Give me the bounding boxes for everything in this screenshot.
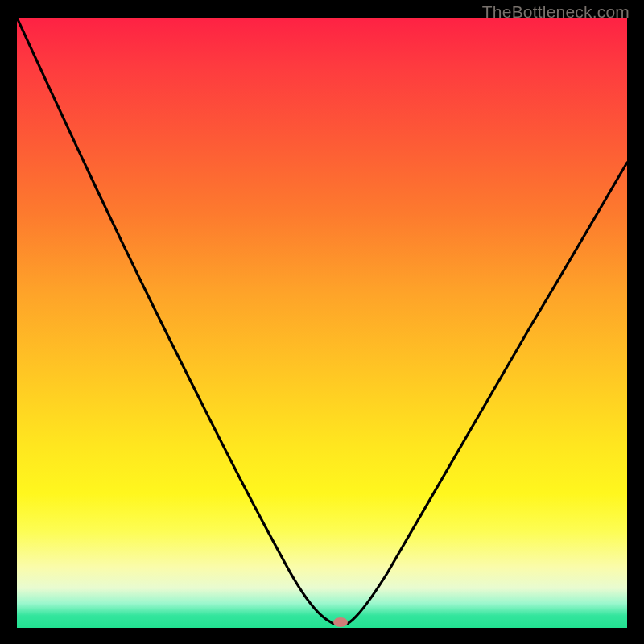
chart-frame: TheBottleneck.com <box>0 0 644 644</box>
optimal-point-marker <box>333 617 348 627</box>
curve-path <box>17 18 627 624</box>
plot-area <box>17 18 627 628</box>
bottleneck-curve <box>17 18 627 628</box>
